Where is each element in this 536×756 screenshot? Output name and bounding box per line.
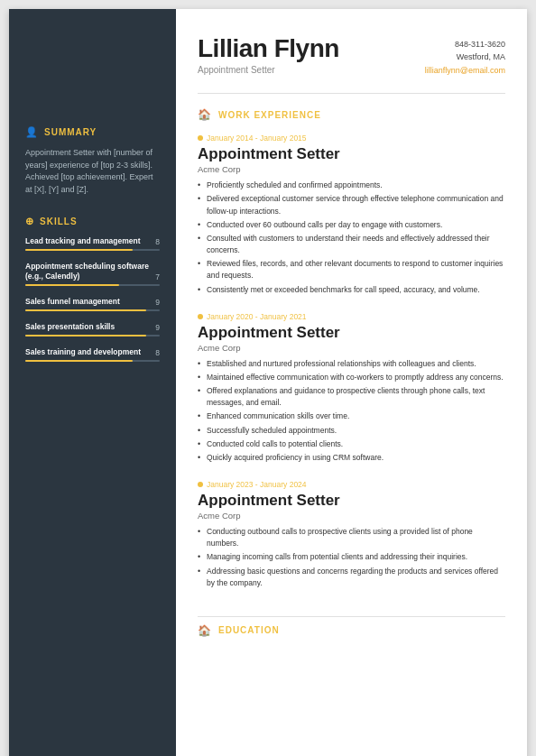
location: Westford, MA (425, 51, 505, 63)
skill-bar-fill (25, 335, 146, 337)
work-experience-section: 🏠 WORK EXPERIENCE January 2014 - January… (176, 94, 527, 616)
skill-name: Lead tracking and management (25, 236, 152, 246)
header-top: Lillian Flynn Appointment Setter 848-311… (198, 34, 505, 77)
list-item: Enhanced communication skills over time. (198, 410, 505, 422)
skill-bar-fill (25, 360, 133, 362)
list-item: Established and nurtured professional re… (198, 358, 505, 370)
skill-item: Sales training and development8 (25, 347, 160, 362)
job-title-main: Appointment Setter (198, 145, 505, 163)
sidebar: 👤 SUMMARY Appointment Setter with [numbe… (9, 9, 176, 756)
skills-section: ⊕ SKILLS Lead tracking and management8Ap… (25, 216, 160, 362)
skill-item: Sales funnel management9 (25, 297, 160, 311)
skill-item: Appointment scheduling software (e.g., C… (25, 262, 160, 286)
resume-page: 👤 SUMMARY Appointment Setter with [numbe… (9, 9, 527, 756)
work-experience-heading: 🏠 WORK EXPERIENCE (198, 108, 505, 121)
job-date: January 2020 - January 2021 (198, 312, 505, 321)
name-block: Lillian Flynn Appointment Setter (198, 34, 339, 75)
list-item: Consistently met or exceeded benchmarks … (198, 284, 505, 296)
list-item: Addressing basic questions and concerns … (198, 566, 505, 589)
list-item: Conducted cold calls to potential client… (198, 438, 505, 450)
edu-icon: 🏠 (198, 624, 212, 637)
skill-bar-fill (25, 284, 119, 286)
skill-bar-bg (25, 309, 160, 311)
skill-score: 8 (155, 237, 160, 246)
job-company: Acme Corp (198, 164, 505, 174)
list-item: Reviewed files, records, and other relev… (198, 258, 505, 281)
job-date: January 2014 - January 2015 (198, 134, 505, 143)
job-company: Acme Corp (198, 511, 505, 521)
skills-icon: ⊕ (25, 216, 34, 227)
job-title-main: Appointment Setter (198, 492, 505, 510)
skill-score: 9 (155, 323, 160, 332)
main-content: Lillian Flynn Appointment Setter 848-311… (176, 9, 527, 756)
skills-list: Lead tracking and management8Appointment… (25, 236, 160, 362)
skill-bar-fill (25, 249, 133, 251)
skill-item: Lead tracking and management8 (25, 236, 160, 251)
contact-info: 848-311-3620 Westford, MA lillianflynn@e… (425, 38, 505, 77)
skill-bar-fill (25, 309, 146, 311)
skill-bar-bg (25, 249, 160, 251)
list-item: Conducting outbound calls to prospective… (198, 526, 505, 549)
user-icon: 👤 (25, 126, 39, 138)
resume-header: Lillian Flynn Appointment Setter 848-311… (176, 9, 527, 93)
job-bullets: Established and nurtured professional re… (198, 358, 505, 464)
job-bullets: Conducting outbound calls to prospective… (198, 526, 505, 589)
skill-item: Sales presentation skills9 (25, 322, 160, 337)
summary-section-title: 👤 SUMMARY (25, 126, 160, 138)
candidate-title: Appointment Setter (198, 65, 339, 75)
skill-name: Sales presentation skills (25, 322, 152, 332)
skills-section-title: ⊕ SKILLS (25, 216, 160, 227)
skill-score: 7 (155, 272, 160, 281)
skill-name: Appointment scheduling software (e.g., C… (25, 262, 152, 281)
skill-name: Sales training and development (25, 347, 152, 357)
candidate-name: Lillian Flynn (198, 34, 339, 63)
job-entry: January 2014 - January 2015Appointment S… (198, 134, 505, 296)
skill-bar-bg (25, 335, 160, 337)
skill-score: 9 (155, 298, 160, 307)
job-title-main: Appointment Setter (198, 324, 505, 342)
list-item: Offered explanations and guidance to pro… (198, 385, 505, 409)
job-entry: January 2023 - January 2024Appointment S… (198, 480, 505, 589)
job-bullets: Proficiently scheduled and confirmed app… (198, 180, 505, 296)
list-item: Managing incoming calls from potential c… (198, 551, 505, 563)
skill-score: 8 (155, 348, 160, 357)
list-item: Conducted over 60 outbound calls per day… (198, 219, 505, 231)
phone: 848-311-3620 (425, 38, 505, 51)
list-item: Consulted with customers to understand t… (198, 233, 505, 256)
skill-name: Sales funnel management (25, 297, 152, 307)
job-company: Acme Corp (198, 343, 505, 353)
list-item: Successfully scheduled appointments. (198, 425, 505, 437)
list-item: Delivered exceptional customer service t… (198, 193, 505, 217)
job-entry: January 2020 - January 2021Appointment S… (198, 312, 505, 464)
work-icon: 🏠 (198, 108, 212, 121)
education-heading: 🏠 EDUCATION (198, 624, 505, 637)
jobs-list: January 2014 - January 2015Appointment S… (198, 134, 505, 589)
list-item: Proficiently scheduled and confirmed app… (198, 180, 505, 191)
job-date: January 2023 - January 2024 (198, 480, 505, 489)
skill-bar-bg (25, 284, 160, 286)
list-item: Quickly acquired proficiency in using CR… (198, 452, 505, 464)
skill-bar-bg (25, 360, 160, 362)
education-section: 🏠 EDUCATION (176, 617, 527, 664)
summary-text: Appointment Setter with [number of years… (25, 147, 160, 196)
list-item: Maintained effective communication with … (198, 372, 505, 383)
email: lillianflynn@email.com (425, 64, 505, 77)
